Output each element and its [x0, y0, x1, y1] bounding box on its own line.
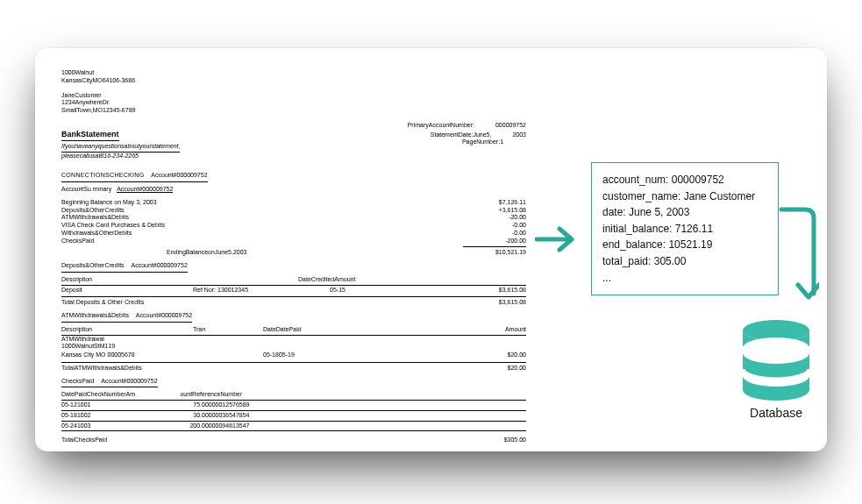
- chk-section: ChecksPaid: [61, 378, 94, 384]
- dep-total-val: $3,615.08: [499, 299, 526, 307]
- kv-ellipsis: ...: [602, 270, 767, 287]
- help-line1: Ifyouhaveanyquestionsaboutyourstatement,: [61, 143, 180, 153]
- sum-visa-val: -0.00: [512, 222, 526, 230]
- chk-total-val: $305.00: [504, 437, 526, 444]
- sum-atm-lbl: ATMWithdrawals&Debits: [61, 214, 129, 222]
- atm-head-date: DateDatePaid: [263, 326, 351, 334]
- chk-head2: ountRef: [140, 391, 202, 399]
- diagram-card: 1000Walnut KansasCityMO64106-3686 JaneCu…: [35, 48, 827, 451]
- dep-head-desc: Description: [61, 276, 193, 284]
- page-label: PageNumber:1: [462, 138, 503, 146]
- primary-acct-label: PrimaryAccountNumber:: [408, 122, 474, 130]
- kv-date: date: June 5, 2003: [602, 204, 767, 221]
- acct-summary-acct: Account#000009752: [117, 186, 173, 193]
- bank-address-line1: 1000Walnut: [61, 69, 526, 77]
- database-label: Database: [737, 406, 816, 420]
- dep-row-ref: Ref Nor: 130012345: [193, 287, 298, 295]
- dep-row-date: 05-15: [298, 287, 377, 295]
- sum-atm-val: -20.00: [509, 214, 526, 222]
- sum-begin-lbl: Beginning Balance on May 3, 2003: [61, 199, 157, 207]
- chk-total-lbl: TotalChecksPaid: [61, 437, 107, 444]
- primary-acct-value: 000009752: [495, 122, 526, 130]
- atm-head-tran: Tran: [193, 326, 263, 334]
- chk-head1: DatePaidCheckNumberAm: [61, 391, 140, 399]
- table-row: 05-241003 200. 00000094613547: [61, 422, 526, 432]
- dep-acct: Account#000009752: [132, 262, 188, 268]
- dep-total-lbl: Total Deposits & Other Credits: [61, 299, 144, 307]
- kv-customer-name: customer_name: Jane Customer: [602, 188, 767, 205]
- chk-acct: Account#000009752: [101, 378, 157, 384]
- atm-head-desc: Description: [61, 326, 193, 334]
- dep-section: Deposits&OtherCredits: [61, 262, 125, 268]
- atm-section: ATMWithdrawals&Debits: [61, 312, 129, 318]
- customer-addr2: SmallTown,MO12345-6789: [61, 107, 526, 115]
- atm-r1: ATMWithdrawal: [61, 336, 104, 342]
- kv-account-num: account_num: 000009752: [602, 172, 767, 188]
- sum-wod-val: -0.00: [512, 230, 526, 238]
- conn-acct: Account#000009752: [151, 172, 207, 178]
- bank-statement-document: 1000Walnut KansasCityMO64106-3686 JaneCu…: [61, 69, 526, 444]
- atm-r3c: $20.00: [351, 351, 526, 359]
- database-icon: Database: [737, 320, 816, 420]
- customer-name: JaneCustomer: [61, 92, 526, 100]
- atm-head-amt: Amount: [351, 326, 526, 334]
- sum-checks-val: -200.00: [505, 238, 526, 245]
- arrow-right-icon: [535, 224, 579, 255]
- sum-wod-lbl: Withdrawals&OtherDebits: [61, 230, 132, 238]
- customer-addr1: 1234AnywhereDr.: [61, 99, 526, 107]
- connections-checking: CONNECTIONSCHECKING: [61, 172, 144, 178]
- atm-total-lbl: TotalATMWithdrawals&Debits: [61, 365, 142, 373]
- sum-end-lbl: EndingBalanceonJune5,2003: [167, 249, 246, 257]
- dep-head-date: DateCreditedAmount: [298, 276, 526, 284]
- kv-total-paid: total_paid: 305.00: [602, 253, 767, 270]
- chk-head3: erenceNumber: [202, 391, 307, 399]
- acct-summary-label: AccountSu mmary: [61, 186, 111, 192]
- sum-end-val: $10,521.19: [495, 249, 526, 257]
- stmt-date-label: StatementDate:June5,: [431, 131, 492, 139]
- stmt-date-year: 2003: [512, 131, 526, 139]
- atm-r3b: 05-1805-19: [263, 351, 351, 359]
- kv-end-balance: end_balance: 10521.19: [602, 237, 767, 253]
- table-row: 05-121001 75. 00000012576589: [61, 401, 526, 411]
- sum-dep-val: +3,615.08: [499, 207, 526, 215]
- atm-total-val: $20.00: [508, 365, 526, 373]
- sum-visa-lbl: VISA Check Card Purchases & Debits: [61, 222, 165, 230]
- atm-r3a: Kansas City MO 00005678: [61, 351, 263, 359]
- table-row: 05-181002 30. 00000036547854: [61, 411, 526, 422]
- atm-acct: Account#000009752: [136, 312, 192, 318]
- kv-initial-balance: initial_balance: 7126.11: [602, 221, 767, 238]
- statement-title: BankStatement: [61, 130, 119, 141]
- dep-row-amt: $3,615.08: [377, 287, 526, 295]
- bank-address-line2: KansasCityMO64106-3686: [61, 77, 526, 85]
- sum-dep-lbl: Deposits&OtherCredits: [61, 207, 125, 215]
- sum-begin-val: $7,126.11: [499, 199, 526, 207]
- arrow-elbow-down-icon: [779, 206, 819, 311]
- atm-r2: 1000WalnutStM119: [61, 343, 115, 349]
- dep-row-desc: Deposit: [61, 287, 193, 295]
- sum-checks-lbl: ChecksPaid: [61, 238, 94, 245]
- help-line2: pleasecallusat816-234-2265: [61, 153, 139, 159]
- extracted-data-box: account_num: 000009752 customer_name: Ja…: [591, 162, 779, 295]
